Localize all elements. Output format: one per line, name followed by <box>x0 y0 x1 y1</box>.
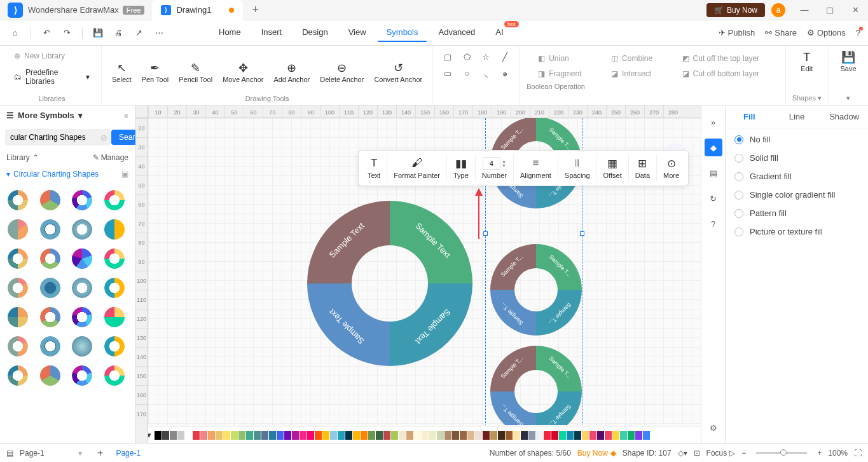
arc-tool[interactable]: ◟ <box>478 66 494 80</box>
color-swatch[interactable] <box>376 431 383 440</box>
shape-thumbnail[interactable] <box>5 363 31 388</box>
color-swatch[interactable] <box>170 431 177 440</box>
category-header[interactable]: ▾ Circular Charting Shapes ▣ <box>0 166 135 182</box>
ctx-number[interactable]: ▲▼ Number <box>476 154 514 182</box>
rect-tool[interactable]: ▢ <box>439 50 456 64</box>
publish-button[interactable]: ✈Publish <box>719 28 755 37</box>
shape-thumbnail[interactable] <box>38 275 63 301</box>
ctx-data[interactable]: ⊞Data <box>629 154 657 182</box>
color-swatch[interactable] <box>414 431 421 440</box>
color-swatch[interactable] <box>582 431 589 440</box>
ctx-more[interactable]: ⊙More <box>657 154 685 182</box>
color-swatch[interactable] <box>200 431 207 440</box>
shape-thumbnail[interactable] <box>69 334 95 359</box>
category-detail-icon[interactable]: ▣ <box>121 170 128 179</box>
color-swatch[interactable] <box>300 431 307 440</box>
color-swatch[interactable] <box>460 431 467 440</box>
shape-thumbnail[interactable] <box>38 187 63 213</box>
tab-shadow[interactable]: Shadow <box>820 105 868 128</box>
shape-thumbnail[interactable] <box>5 217 31 242</box>
color-swatch[interactable] <box>269 431 276 440</box>
color-swatch[interactable] <box>345 431 352 440</box>
layers-icon[interactable]: ◇▾ <box>678 449 687 458</box>
color-swatch[interactable] <box>597 431 604 440</box>
color-swatch[interactable] <box>277 431 284 440</box>
stepper-down[interactable]: ▼ <box>502 163 506 168</box>
shape-thumbnail[interactable] <box>69 187 95 213</box>
shape-thumbnail[interactable] <box>102 275 127 301</box>
color-swatch[interactable] <box>208 431 215 440</box>
fill-option[interactable]: Pattern fill <box>734 208 859 218</box>
color-swatch[interactable] <box>574 431 581 440</box>
save-icon[interactable]: 💾 <box>90 25 106 41</box>
color-swatch[interactable] <box>429 431 436 440</box>
menu-home[interactable]: Home <box>210 24 250 42</box>
predefine-libraries-button[interactable]: 🗂Predefine Libraries▾ <box>9 66 95 88</box>
color-swatch[interactable] <box>261 431 268 440</box>
expand-right-icon[interactable]: » <box>705 113 722 131</box>
zoom-out-button[interactable]: − <box>741 449 746 458</box>
settings-icon[interactable]: ⚙ <box>705 419 722 437</box>
fullscreen-icon[interactable]: ⛶ <box>854 449 862 458</box>
close-button[interactable]: ✕ <box>843 0 868 20</box>
color-swatch[interactable] <box>177 431 184 440</box>
pencil-tool[interactable]: ✎Pencil Tool <box>175 60 216 85</box>
color-swatch[interactable] <box>155 431 162 440</box>
color-swatch[interactable] <box>383 431 390 440</box>
color-swatch[interactable] <box>162 431 169 440</box>
circle-tool[interactable]: ○ <box>458 66 475 80</box>
stepper-up[interactable]: ▲ <box>502 159 506 163</box>
color-swatch[interactable] <box>612 431 619 440</box>
ctx-format-painter[interactable]: 🖌Format Painter <box>387 154 447 182</box>
color-swatch[interactable] <box>620 431 627 440</box>
line-tool[interactable]: ╱ <box>497 50 513 64</box>
cut-bottom-button[interactable]: ◪Cut off bottom layer <box>677 67 773 80</box>
color-swatch[interactable] <box>292 431 299 440</box>
color-swatch[interactable] <box>589 431 596 440</box>
color-swatch[interactable] <box>490 431 497 440</box>
shape-thumbnail[interactable] <box>38 334 63 359</box>
shape-thumbnail[interactable] <box>38 304 63 330</box>
color-swatch[interactable] <box>437 431 444 440</box>
color-swatch[interactable] <box>567 431 574 440</box>
fragment-button[interactable]: ◨Fragment <box>533 67 595 80</box>
shape-thumbnail[interactable] <box>5 246 31 271</box>
color-swatch[interactable] <box>605 431 612 440</box>
shape-thumbnail[interactable] <box>38 363 63 388</box>
shape-thumbnail[interactable] <box>38 246 63 271</box>
color-swatch[interactable] <box>506 431 513 440</box>
delete-anchor-tool[interactable]: ⊖Delete Anchor <box>316 60 368 85</box>
fill-panel-icon[interactable]: ◆ <box>705 139 722 156</box>
color-swatch[interactable] <box>307 431 314 440</box>
color-swatch[interactable] <box>254 431 261 440</box>
color-swatch[interactable] <box>338 431 345 440</box>
color-swatch[interactable] <box>536 431 543 440</box>
color-swatch[interactable] <box>406 431 413 440</box>
document-tab[interactable]: ⟩ Drawing1 <box>152 0 243 20</box>
ctx-alignment[interactable]: ≡Alignment <box>514 154 558 182</box>
menu-ai[interactable]: AI hot <box>486 24 512 42</box>
shape-thumbnail[interactable] <box>102 187 127 213</box>
menu-symbols[interactable]: Symbols <box>378 24 427 42</box>
move-anchor-tool[interactable]: ✥Move Anchor <box>219 60 267 85</box>
color-swatch[interactable] <box>422 431 429 440</box>
color-swatch[interactable] <box>513 431 520 440</box>
shapes-dd[interactable]: Shapes ▾ <box>792 94 822 104</box>
union-button[interactable]: ◧Union <box>533 52 595 65</box>
notifications-icon[interactable]: ? <box>856 28 860 37</box>
color-swatch[interactable] <box>322 431 329 440</box>
shape-thumbnail[interactable] <box>38 217 63 242</box>
fit-icon[interactable]: ⊡ <box>694 449 700 458</box>
shape-thumbnail[interactable] <box>69 246 95 271</box>
save-button[interactable]: 💾Save <box>835 50 862 74</box>
shape-thumbnail[interactable] <box>102 363 127 388</box>
pen-tool[interactable]: ✒Pen Tool <box>138 60 173 85</box>
canvas[interactable]: ✦ Sample TextSample TextSample TextSampl… <box>148 118 701 425</box>
shape-thumbnail[interactable] <box>102 217 127 242</box>
ctx-offset[interactable]: ▦Offset <box>597 154 629 182</box>
menu-design[interactable]: Design <box>293 24 336 42</box>
options-button[interactable]: ⚙Options <box>807 28 846 37</box>
shape-thumbnail[interactable] <box>69 363 95 388</box>
buy-now-button[interactable]: 🛒 Buy Now <box>706 3 765 17</box>
color-swatch[interactable] <box>559 431 566 440</box>
